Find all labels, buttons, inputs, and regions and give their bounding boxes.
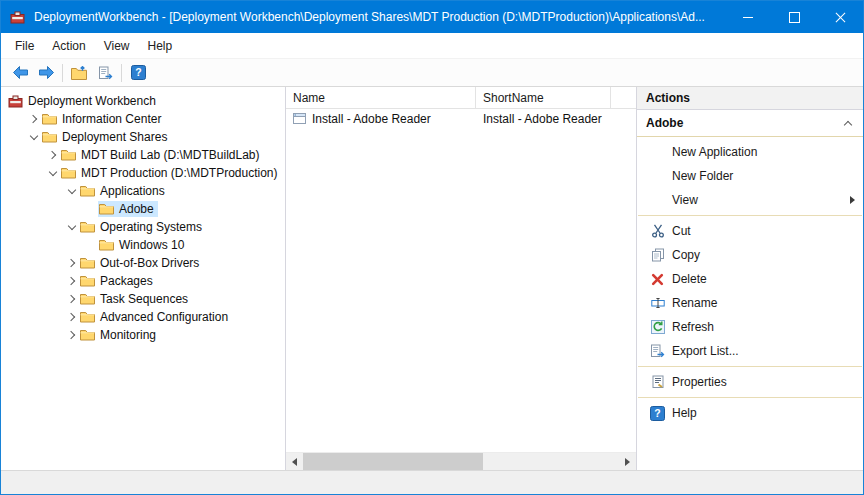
status-bar — [1, 470, 863, 494]
tree-item-mdt-build-lab-d-mdtbuildlab[interactable]: MDT Build Lab (D:\MDTBuildLab) — [1, 146, 285, 164]
folder-icon — [80, 257, 96, 269]
expand-chevron-icon[interactable] — [45, 147, 60, 163]
action-help[interactable]: ?Help — [637, 401, 863, 425]
window-title: DeploymentWorkbench - [Deployment Workbe… — [34, 10, 725, 24]
list-row-install-adobe-reader[interactable]: Install - Adobe ReaderInstall - Adobe Re… — [286, 109, 636, 128]
tree-item-packages[interactable]: Packages — [1, 272, 285, 290]
expand-chevron-icon[interactable] — [64, 291, 79, 307]
back-button[interactable] — [7, 61, 33, 85]
collapse-group-button[interactable] — [845, 119, 851, 128]
action-item-label: New Folder — [672, 169, 733, 183]
tree-item-content: Task Sequences — [79, 291, 192, 307]
minimize-button[interactable] — [725, 1, 771, 33]
tree-item-deployment-shares[interactable]: Deployment Shares — [1, 128, 285, 146]
action-item-label: View — [672, 193, 698, 207]
svg-text:?: ? — [135, 66, 141, 78]
tree-item-mdt-production-d-mdtproduction[interactable]: MDT Production (D:\MDTProduction) — [1, 164, 285, 182]
copy-icon — [649, 248, 666, 262]
window-controls — [725, 1, 863, 33]
action-cut[interactable]: Cut — [637, 219, 863, 243]
results-pane: NameShortName Install - Adobe ReaderInst… — [286, 87, 637, 470]
close-button[interactable] — [817, 1, 863, 33]
tree-item-content: MDT Build Lab (D:\MDTBuildLab) — [60, 147, 264, 163]
refresh-icon — [649, 320, 666, 334]
tree-item-label: MDT Build Lab (D:\MDTBuildLab) — [81, 148, 260, 162]
column-header-shortname[interactable]: ShortName — [476, 87, 611, 108]
tree-item-operating-systems[interactable]: Operating Systems — [1, 218, 285, 236]
tree-item-adobe[interactable]: Adobe — [1, 200, 285, 218]
folder-icon — [42, 113, 58, 125]
scrollbar-track[interactable] — [303, 453, 619, 470]
actions-separator — [638, 366, 862, 367]
forward-arrow-icon — [38, 65, 55, 80]
console-tree: Deployment WorkbenchInformation CenterDe… — [1, 87, 286, 470]
tree-item-task-sequences[interactable]: Task Sequences — [1, 290, 285, 308]
actions-group-header[interactable]: Adobe — [637, 110, 863, 137]
collapse-chevron-icon[interactable] — [64, 183, 79, 199]
delete-icon — [649, 273, 666, 286]
action-view[interactable]: View — [637, 188, 863, 212]
tree-item-label: Task Sequences — [100, 292, 188, 306]
properties-icon — [649, 375, 666, 389]
expand-chevron-icon[interactable] — [64, 255, 79, 271]
maximize-icon — [789, 12, 800, 23]
action-item-label: Properties — [672, 375, 727, 389]
forward-button[interactable] — [33, 61, 59, 85]
action-copy[interactable]: Copy — [637, 243, 863, 267]
action-new-application[interactable]: New Application — [637, 140, 863, 164]
action-delete[interactable]: Delete — [637, 267, 863, 291]
tree-item-content: Adobe — [98, 201, 158, 217]
svg-text:?: ? — [654, 407, 660, 419]
menu-item-view[interactable]: View — [95, 36, 139, 56]
tree-item-content: Deployment Workbench — [7, 93, 160, 109]
horizontal-scrollbar[interactable] — [286, 452, 636, 470]
expand-chevron-icon[interactable] — [64, 327, 79, 343]
tree-item-content: Information Center — [41, 111, 165, 127]
tree-item-label: Information Center — [62, 112, 161, 126]
collapse-chevron-icon[interactable] — [26, 129, 41, 145]
maximize-button[interactable] — [771, 1, 817, 33]
tree-item-windows-10[interactable]: Windows 10 — [1, 236, 285, 254]
export-list-button[interactable] — [92, 61, 118, 85]
list-item-name-text: Install - Adobe Reader — [312, 112, 431, 126]
action-rename[interactable]: Rename — [637, 291, 863, 315]
action-refresh[interactable]: Refresh — [637, 315, 863, 339]
tree-item-information-center[interactable]: Information Center — [1, 110, 285, 128]
tree-item-out-of-box-drivers[interactable]: Out-of-Box Drivers — [1, 254, 285, 272]
help-button[interactable]: ? — [125, 61, 151, 85]
tree-item-monitoring[interactable]: Monitoring — [1, 326, 285, 344]
expander-spacer — [83, 237, 98, 253]
collapse-chevron-icon[interactable] — [64, 219, 79, 235]
tree-item-label: Applications — [100, 184, 165, 198]
expand-chevron-icon[interactable] — [26, 111, 41, 127]
export-list-icon — [98, 66, 113, 80]
actions-separator — [638, 215, 862, 216]
tree-item-label: Adobe — [119, 202, 154, 216]
tree-item-advanced-configuration[interactable]: Advanced Configuration — [1, 308, 285, 326]
actions-group-label: Adobe — [646, 116, 683, 130]
scrollbar-thumb[interactable] — [303, 453, 483, 470]
folder-icon — [80, 329, 96, 341]
action-export-list[interactable]: Export List... — [637, 339, 863, 363]
action-item-label: Cut — [672, 224, 691, 238]
tree-item-deployment-workbench[interactable]: Deployment Workbench — [1, 92, 285, 110]
app-icon — [10, 10, 26, 25]
folder-icon — [61, 167, 77, 179]
menu-item-help[interactable]: Help — [139, 36, 182, 56]
scroll-left-icon — [292, 458, 297, 466]
expand-chevron-icon[interactable] — [64, 273, 79, 289]
back-arrow-icon — [12, 65, 29, 80]
expand-chevron-icon[interactable] — [64, 309, 79, 325]
scroll-right-button[interactable] — [619, 453, 636, 470]
actions-pane: Actions Adobe New ApplicationNew FolderV… — [637, 87, 863, 470]
tree-item-applications[interactable]: Applications — [1, 182, 285, 200]
show-console-tree-button[interactable] — [66, 61, 92, 85]
menu-item-file[interactable]: File — [6, 36, 43, 56]
collapse-chevron-icon[interactable] — [45, 165, 60, 181]
menu-item-action[interactable]: Action — [43, 36, 94, 56]
column-header-name[interactable]: Name — [286, 87, 476, 108]
action-item-label: Delete — [672, 272, 707, 286]
action-properties[interactable]: Properties — [637, 370, 863, 394]
action-new-folder[interactable]: New Folder — [637, 164, 863, 188]
scroll-left-button[interactable] — [286, 453, 303, 470]
